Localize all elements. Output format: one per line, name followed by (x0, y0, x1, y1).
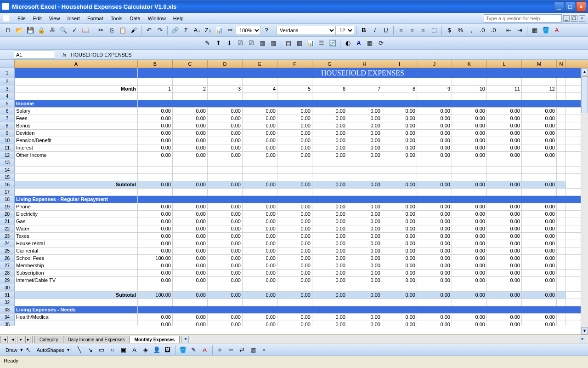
cell-value[interactable]: 0.00 (208, 144, 243, 151)
cell-value[interactable] (312, 93, 347, 100)
cell-value[interactable]: 0.00 (208, 152, 243, 159)
cell-value[interactable]: 0.00 (208, 108, 243, 115)
cell-value[interactable] (243, 93, 277, 100)
redo-icon[interactable]: ↷ (155, 25, 165, 35)
cell-value[interactable] (173, 299, 208, 306)
cell-value[interactable]: 0.00 (417, 255, 452, 262)
cell-value[interactable]: 0.00 (208, 321, 243, 326)
cell-value[interactable]: 6 (312, 86, 347, 92)
cell-value[interactable]: 0.00 (208, 203, 243, 210)
cell-value[interactable]: 0.00 (347, 225, 382, 232)
cell-value[interactable]: 0.00 (452, 270, 487, 276)
cell-value[interactable]: 0.00 (173, 321, 208, 326)
cell-value[interactable]: 0.00 (277, 240, 312, 247)
cell-value[interactable]: 0.00 (487, 240, 522, 247)
zoom-select[interactable]: 100% (236, 26, 261, 35)
cell-label[interactable]: Taxes (15, 233, 138, 240)
cell-value[interactable]: 0.00 (487, 255, 522, 262)
row-header[interactable]: 29 (0, 277, 15, 284)
row-16[interactable]: 16Subtotal0.000.000.000.000.000.000.000.… (0, 181, 588, 189)
row-header[interactable]: 13 (0, 159, 15, 166)
cell-value[interactable]: 0.00 (277, 247, 312, 254)
cell-value[interactable]: 0.00 (487, 203, 522, 210)
cell-value[interactable]: 0.00 (382, 130, 417, 137)
cell-value[interactable] (522, 78, 557, 85)
permission-icon[interactable]: 🔒 (36, 25, 46, 35)
cell-value[interactable]: 0.00 (382, 203, 417, 210)
row-7[interactable]: 7Fees0.000.000.000.000.000.000.000.000.0… (0, 115, 588, 122)
cell-value[interactable]: 0.00 (138, 122, 173, 129)
cell-value[interactable]: 0.00 (382, 240, 417, 247)
cell-value[interactable] (382, 78, 417, 85)
col-header-J[interactable]: J (417, 60, 452, 68)
cell-value[interactable]: 0.00 (417, 270, 452, 276)
cell-label[interactable]: Salary (15, 108, 138, 115)
cell-value[interactable] (347, 78, 382, 85)
row-header[interactable]: 8 (0, 122, 15, 129)
cell-value[interactable]: 0.00 (277, 277, 312, 284)
cell-value[interactable]: 0.00 (312, 137, 347, 144)
cell-value[interactable] (452, 174, 487, 181)
cell-value[interactable]: 0.00 (173, 181, 208, 188)
cell-value[interactable]: 0.00 (138, 314, 173, 321)
cell-value[interactable]: 0.00 (138, 277, 173, 284)
cell-value[interactable]: 0.00 (452, 321, 487, 326)
cell-label[interactable]: Car rental (15, 247, 138, 254)
cell-value[interactable] (277, 167, 312, 173)
decrease-decimal-icon[interactable]: .0 (488, 25, 498, 35)
cell-value[interactable]: 0.00 (522, 255, 557, 262)
row-header[interactable]: 31 (0, 292, 15, 299)
sort-asc-icon[interactable]: A↓ (192, 25, 202, 35)
cell-label[interactable] (15, 167, 138, 173)
oval-icon[interactable]: ○ (107, 345, 118, 355)
row-header[interactable]: 26 (0, 255, 15, 262)
cell-value[interactable]: 0.00 (312, 181, 347, 188)
cell-value[interactable]: 0.00 (277, 130, 312, 137)
vertical-scrollbar[interactable]: ▲ ▼ (581, 68, 588, 334)
3d-icon[interactable]: ▫ (259, 345, 269, 355)
cell-value[interactable] (173, 93, 208, 100)
row-header[interactable]: 12 (0, 152, 15, 159)
row-2[interactable]: 2 (0, 78, 588, 86)
cell-value[interactable]: 0.00 (347, 181, 382, 188)
cell-value[interactable] (243, 167, 277, 173)
cell-value[interactable]: 0.00 (138, 262, 173, 269)
arrow-icon[interactable]: ↘ (85, 345, 96, 355)
cell-value[interactable]: 0.00 (452, 137, 487, 144)
cell-label[interactable]: Subtotal (15, 292, 138, 299)
cell-value[interactable]: 0.00 (312, 225, 347, 232)
cell-value[interactable]: 0.00 (347, 314, 382, 321)
rectangle-icon[interactable]: ▭ (96, 345, 107, 355)
cell-value[interactable]: 0.00 (173, 122, 208, 129)
cell-value[interactable] (522, 174, 557, 181)
borders-icon[interactable]: ▦ (530, 25, 540, 35)
cell-value[interactable]: 0.00 (382, 314, 417, 321)
cell-value[interactable]: 0.00 (452, 122, 487, 129)
cell-value[interactable]: 0.00 (312, 122, 347, 129)
cell-label[interactable]: Interest (15, 144, 138, 151)
cell-label[interactable] (15, 189, 138, 196)
cell-value[interactable]: 0.00 (417, 225, 452, 232)
cell-value[interactable]: 0.00 (347, 240, 382, 247)
cell-value[interactable]: 0.00 (138, 108, 173, 115)
tab-last-icon[interactable]: ▸| (25, 336, 33, 343)
cell-value[interactable] (417, 93, 452, 100)
row-header[interactable]: 24 (0, 240, 15, 247)
cell-value[interactable]: 0.00 (277, 181, 312, 188)
tab-prev-icon[interactable]: ◂ (9, 336, 16, 343)
cell-value[interactable] (243, 299, 277, 306)
cell-value[interactable]: 0.00 (417, 240, 452, 247)
cell-value[interactable] (138, 159, 173, 166)
cell-value[interactable]: 0.00 (487, 211, 522, 218)
cell-label[interactable]: Health/Medical (15, 314, 138, 321)
col-header-K[interactable]: K (452, 60, 487, 68)
cell-value[interactable] (312, 167, 347, 173)
cell-value[interactable]: 0.00 (312, 270, 347, 276)
cell-value[interactable]: 0.00 (312, 240, 347, 247)
cell-value[interactable] (487, 299, 522, 306)
cell-value[interactable]: 0.00 (487, 314, 522, 321)
cell-value[interactable]: 0.00 (417, 203, 452, 210)
cell-value[interactable]: 0.00 (243, 321, 277, 326)
cell-value[interactable]: 0.00 (277, 262, 312, 269)
cell-value[interactable]: 0.00 (173, 130, 208, 137)
